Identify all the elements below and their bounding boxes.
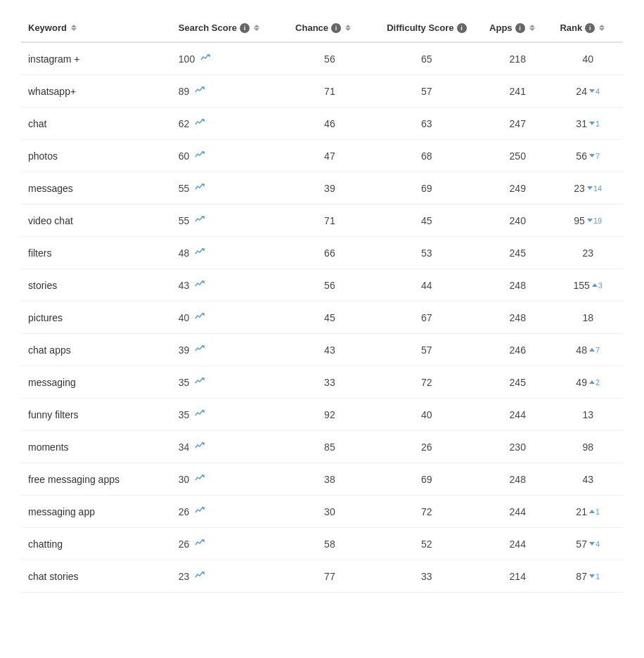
rank-value: 87 (576, 571, 587, 582)
chance-cell: 45 (288, 302, 371, 334)
table-row: pictures40456724818 (21, 302, 623, 334)
search-score-cell: 62 (172, 108, 288, 140)
chart-icon[interactable] (195, 570, 205, 582)
rank-value: 95 (574, 215, 585, 226)
col-header-search-score[interactable]: Search Score i (172, 14, 288, 42)
rank-cell: 40 (553, 42, 623, 75)
chart-icon[interactable] (195, 538, 205, 550)
table-row: whatsapp+897157241244 (21, 75, 623, 108)
rank-change: 4 (589, 540, 600, 548)
chart-icon[interactable] (195, 117, 205, 129)
apps-cell: 250 (482, 140, 553, 172)
chart-icon[interactable] (195, 505, 205, 517)
chart-icon[interactable] (200, 53, 210, 65)
difficulty-score-cell: 45 (371, 205, 482, 237)
sort-icon-search-score[interactable] (254, 25, 259, 31)
chart-icon[interactable] (195, 214, 205, 226)
col-header-keyword[interactable]: Keyword (21, 14, 172, 42)
difficulty-score-cell: 72 (371, 366, 482, 399)
search-score-value: 89 (179, 86, 190, 97)
rank-cell: 18 (553, 302, 623, 334)
chart-icon[interactable] (195, 441, 205, 453)
difficulty-score-cell: 44 (371, 269, 482, 302)
apps-cell: 249 (482, 172, 553, 205)
chart-icon[interactable] (195, 279, 205, 291)
chance-cell: 47 (288, 140, 371, 172)
difficulty-score-cell: 53 (371, 237, 482, 269)
chart-icon[interactable] (195, 344, 205, 356)
keyword-cell: whatsapp+ (21, 75, 172, 108)
info-icon-rank[interactable]: i (585, 23, 595, 33)
sort-icon-keyword[interactable] (71, 25, 77, 31)
search-score-value: 30 (179, 474, 190, 485)
chance-cell: 30 (288, 496, 371, 528)
chart-icon[interactable] (195, 182, 205, 194)
difficulty-score-cell: 26 (371, 431, 482, 463)
col-header-difficulty-score[interactable]: Difficulty Score i (371, 14, 482, 42)
chart-icon[interactable] (195, 408, 205, 420)
rank-cell: 43 (553, 463, 623, 496)
arrow-down-icon (589, 574, 595, 578)
rank-change: 1 (589, 572, 600, 581)
table-row: photos604768250567 (21, 140, 623, 172)
keyword-cell: messaging (21, 366, 172, 399)
info-icon-difficulty-score[interactable]: i (457, 23, 467, 33)
apps-cell: 248 (482, 269, 553, 302)
search-score-cell: 35 (172, 399, 288, 431)
chance-cell: 43 (288, 334, 371, 366)
table-header-row: Keyword Search Score i (21, 14, 623, 42)
rank-value: 98 (582, 441, 593, 453)
difficulty-score-cell: 57 (371, 334, 482, 366)
table-container: Keyword Search Score i (0, 0, 644, 658)
rank-cell: 244 (553, 75, 623, 108)
chart-icon[interactable] (195, 376, 205, 388)
apps-cell: 245 (482, 237, 553, 269)
rank-change-value: 2 (595, 378, 600, 387)
search-score-cell: 43 (172, 269, 288, 302)
rank-cell: 9519 (553, 205, 623, 237)
chart-icon[interactable] (195, 85, 205, 97)
table-row: funny filters35924024413 (21, 399, 623, 431)
arrow-down-icon (589, 542, 595, 546)
rank-cell: 98 (553, 431, 623, 463)
search-score-value: 35 (179, 377, 190, 388)
arrow-up-icon (589, 380, 595, 384)
search-score-cell: 35 (172, 366, 288, 399)
apps-cell: 218 (482, 42, 553, 75)
col-header-apps[interactable]: Apps i (482, 14, 553, 42)
rank-change-value: 3 (598, 281, 603, 290)
sort-icon-apps[interactable] (529, 25, 535, 31)
rank-change: 7 (589, 152, 600, 160)
sort-icon-chance[interactable] (345, 25, 351, 31)
col-label-rank: Rank (560, 22, 582, 33)
rank-cell: 23 (553, 237, 623, 269)
sort-icon-rank[interactable] (599, 25, 605, 31)
apps-cell: 214 (482, 560, 553, 593)
info-icon-apps[interactable]: i (515, 23, 525, 33)
chance-cell: 92 (288, 399, 371, 431)
info-icon-search-score[interactable]: i (240, 23, 250, 33)
info-icon-chance[interactable]: i (331, 23, 341, 33)
chart-icon[interactable] (195, 473, 205, 485)
chart-icon[interactable] (195, 247, 205, 259)
difficulty-score-cell: 67 (371, 302, 482, 334)
rank-value: 13 (582, 409, 593, 420)
col-label-search-score: Search Score (179, 22, 237, 33)
chart-icon[interactable] (195, 311, 205, 323)
rank-value: 43 (582, 474, 593, 485)
rank-value: 23 (574, 183, 585, 194)
col-header-rank[interactable]: Rank i (553, 14, 623, 42)
col-label-apps: Apps (489, 22, 513, 33)
apps-cell: 246 (482, 334, 553, 366)
table-row: chat624663247311 (21, 108, 623, 140)
col-header-chance[interactable]: Chance i (288, 14, 371, 42)
difficulty-score-cell: 63 (371, 108, 482, 140)
table-row: messages5539692492314 (21, 172, 623, 205)
rank-value: 18 (582, 312, 593, 323)
chance-cell: 77 (288, 560, 371, 593)
difficulty-score-cell: 57 (371, 75, 482, 108)
search-score-value: 43 (179, 280, 190, 291)
chart-icon[interactable] (195, 150, 205, 162)
search-score-value: 100 (179, 53, 195, 65)
search-score-cell: 23 (172, 560, 288, 593)
